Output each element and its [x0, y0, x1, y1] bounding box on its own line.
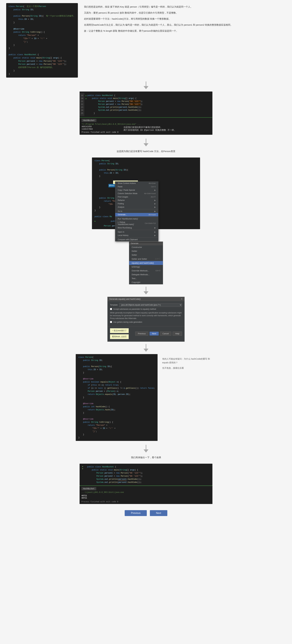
- dialog-title: Generate equals() and hashCode() ✕: [108, 297, 184, 301]
- callout-2: 看到finish, 点击它: [110, 334, 129, 339]
- exp-p2: 又因为：要把 person1 和 person2 放到 数组列表中，但是它们插向…: [84, 11, 286, 15]
- menu-show-context[interactable]: Show Context ActionsAlt+Enter: [115, 182, 158, 185]
- section-5: Generate equals() and hashCode() ✕ Templ…: [0, 295, 292, 343]
- section-6: class Person{ public String ID; public P…: [0, 352, 292, 442]
- ide-screenshot-1: 19 20 21 22 23 24 25 ▶ public class Hash…: [80, 92, 212, 135]
- menu-compare-clipboard[interactable]: Compare with Clipboard: [115, 238, 158, 241]
- gen-test[interactable]: Test...: [129, 276, 163, 280]
- generate-popup[interactable]: Generate Constructor Getter Setter Gette…: [129, 242, 163, 284]
- run-output-1: HashBucket "C:\Program Files\Java\jdk1.8…: [80, 117, 212, 134]
- code-block-1: class Person{ 定义一个类叫Person public String…: [6, 3, 78, 78]
- page-container: class Person{ 定义一个类叫Person public String…: [0, 0, 292, 521]
- section-7: ▶ ▶ public class HashBucket { public sta…: [0, 462, 292, 506]
- generate-popup-title: Generate: [129, 242, 163, 245]
- final-ide-screenshot: ▶ ▶ public class HashBucket { public sta…: [80, 464, 212, 504]
- exit-msg: Process finished with exit code 0: [82, 131, 118, 133]
- next-button[interactable]: Next: [150, 510, 167, 516]
- btn-previous[interactable]: Previous: [135, 332, 148, 336]
- checkbox1-label: Accept subclasses as parameter to equals…: [113, 308, 156, 310]
- ide-final-code: class Person{ public String ID; public P…: [76, 354, 158, 441]
- gen-delegate[interactable]: Delegate Methods...: [129, 272, 163, 276]
- ide-code-3: ▶ ▶ public class HashBucket { public sta…: [80, 464, 212, 486]
- menu-refactor[interactable]: Refactor▶: [115, 198, 158, 202]
- section-3: class Person{ public String ID; public P…: [0, 156, 292, 231]
- menu-find-usages[interactable]: Find UsagesAlt+F7: [115, 195, 158, 198]
- nav-section: Previous Next: [0, 506, 292, 521]
- arrow-label-1: 这是因为我们还没有重写 hashCode 方法，在Person类里: [0, 136, 292, 156]
- run-tab: HashBucket: [82, 119, 96, 122]
- arrow-3: [0, 286, 292, 295]
- gen-constructor[interactable]: Constructor: [129, 245, 163, 249]
- run-note2: 两个具有相同的 ID 的person 转换的整数 不一样。: [124, 129, 176, 132]
- dialog-buttons: 一直点next就行了 看到finish, 点击它 Previous Next C…: [108, 326, 184, 342]
- run-output-line2: 1160157884: [82, 128, 118, 130]
- run-tab-2: HashBucket: [82, 487, 96, 490]
- context-menu[interactable]: Show Context ActionsAlt+Enter PasteCtrl+…: [115, 182, 158, 242]
- menu-run[interactable]: Run 'HashBucket.main()': [115, 217, 158, 220]
- exp-p3: 此时就需要调用一个方法：hashCode()方法，将引用类型的数据 转换一个整形…: [84, 17, 286, 21]
- final-output-1: 48721: [82, 494, 210, 497]
- btn-next[interactable]: Next: [150, 332, 159, 336]
- arrow-4: [0, 343, 292, 352]
- run-note1: 但是我们发现结果并不像我们想的那样。: [124, 126, 176, 129]
- section-4: Generate Constructor Getter Setter Gette…: [0, 240, 292, 286]
- gen-getter[interactable]: Getter: [129, 249, 163, 253]
- menu-debug[interactable]: ▷ Debug 'HashBucket.main()'Ctrl+Shift+F1…: [115, 220, 158, 226]
- section6-note: 有的人可能会有疑问：为什么 hashCode的重写 和 equals 搭班的？ …: [162, 354, 216, 370]
- final-exit: Process finished with exit code 0: [82, 500, 210, 503]
- run-output-2: HashBucket ...\\java\\jdk1.8.0_301\\bin\…: [80, 486, 212, 504]
- run-path-2: ...\\java\\jdk1.8.0_301\\bin\\java.exe: [82, 491, 210, 493]
- note-1: 有的人可能会有疑问：为什么 hashCode的重写 和 equals 搭班的？: [162, 357, 216, 364]
- section6-label: 我们再来输出一下，看个效果: [131, 454, 161, 460]
- menu-generate[interactable]: Generate...Alt+Insert: [115, 213, 158, 216]
- section2-label: 这是因为我们还没有重写 hashCode 方法，在Person类里: [117, 148, 175, 154]
- gen-equals-hashcode[interactable]: equals() and hashCode(): [129, 261, 163, 265]
- menu-more-run[interactable]: More Run/Debug▶: [115, 226, 158, 230]
- previous-button[interactable]: Previous: [125, 510, 146, 516]
- menu-goto[interactable]: Go to▶: [115, 210, 158, 213]
- gen-setter[interactable]: Setter: [129, 253, 163, 257]
- section-1: class Person{ 定义一个类叫Person public String…: [0, 0, 292, 81]
- menu-folding[interactable]: Folding▶: [115, 202, 158, 206]
- gen-copyright[interactable]: Copyright: [129, 280, 163, 284]
- arrow-1: [0, 81, 292, 90]
- menu-copy-paste[interactable]: Copy / Paste Special▶: [115, 188, 158, 192]
- run-output-line1: 460141958: [82, 125, 118, 128]
- final-output-2: 48721: [82, 497, 210, 499]
- gen-tostring[interactable]: toString(): [129, 265, 163, 269]
- btn-help[interactable]: Help: [172, 332, 182, 336]
- exp-p1: 我们想想是这样的，假设 接下来的 Key 就是 person（引用类型）编号是一…: [84, 5, 286, 9]
- menu-local-history[interactable]: Local History▶: [115, 234, 158, 237]
- gen-getter-setter[interactable]: Getter and Setter 选择它: [129, 257, 163, 261]
- note-2: 先不焦急，接着往后看: [162, 366, 216, 370]
- exp-p4: 在调用完hashCode方法之后，我们认为 编号是一样的，我们认为就是同一个人，…: [84, 23, 286, 27]
- callout-1: 一直点next就行了: [110, 328, 129, 333]
- menu-column-select[interactable]: Column Selection ModeAlt+Shift+Insert: [115, 192, 158, 195]
- arrow-label-2: 我们再来输出一下，看个效果: [0, 442, 292, 462]
- menu-open-in[interactable]: Open In▶: [115, 230, 158, 234]
- use-getters-checkbox[interactable]: [110, 321, 112, 323]
- accept-subclasses-checkbox[interactable]: [110, 308, 112, 310]
- checkbox2-label: Use getters during code generation: [113, 321, 142, 323]
- exp-p5: 故：让这个整数去 % length 获取 数组的中存储位置。两个person存储…: [84, 29, 286, 33]
- template-select[interactable]: java.util.Objects.equals and hashCode (j…: [119, 303, 182, 307]
- warning-text: While generally incompliant to Object.eq…: [110, 312, 182, 320]
- dialog-close-icon[interactable]: ✕: [181, 298, 182, 300]
- run-path: "C:\Program Files\Java\jdk1.8.0_301\bin\…: [82, 123, 210, 125]
- menu-analyze[interactable]: Analyze▶: [115, 206, 158, 209]
- ide-context-menu-area: class Person{ public String ID; public P…: [92, 158, 200, 229]
- menu-paste[interactable]: PasteCtrl+V: [115, 185, 158, 188]
- dialog-equals-hashcode: Generate equals() and hashCode() ✕ Templ…: [108, 297, 184, 342]
- template-label: Template:: [110, 304, 118, 306]
- section-2: 19 20 21 22 23 24 25 ▶ public class Hash…: [0, 90, 292, 136]
- btn-cancel[interactable]: Cancel: [160, 332, 171, 336]
- gen-override[interactable]: Override Methods... Ctrl+O: [129, 269, 163, 272]
- explanation-1: 我们想想是这样的，假设 接下来的 Key 就是 person（引用类型）编号是一…: [84, 3, 286, 35]
